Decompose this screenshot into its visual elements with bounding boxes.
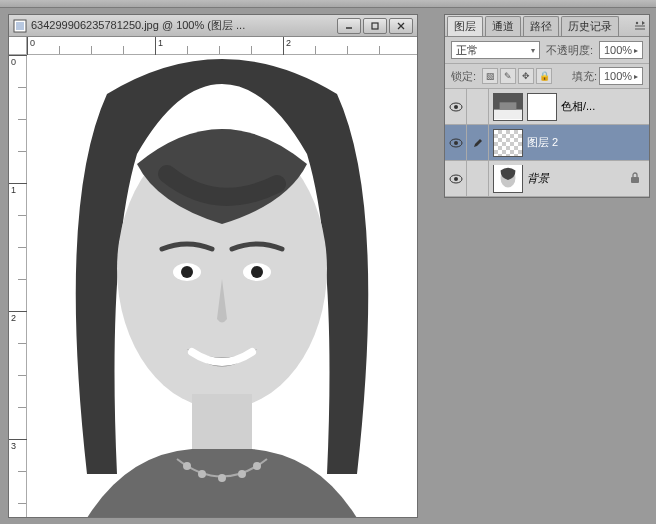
blend-mode-value: 正常 — [456, 43, 478, 58]
fill-input[interactable]: 100%▸ — [599, 67, 643, 85]
window-buttons — [337, 18, 413, 34]
layer-thumbnail[interactable] — [493, 165, 523, 193]
tab-label: 路径 — [530, 19, 552, 34]
link-column[interactable] — [467, 89, 489, 124]
visibility-toggle[interactable] — [445, 89, 467, 124]
ruler-corner[interactable] — [9, 37, 27, 55]
svg-point-9 — [181, 266, 193, 278]
chevron-right-icon: ▸ — [634, 46, 638, 55]
layer-name[interactable]: 背景 — [527, 171, 629, 186]
tab-label: 通道 — [492, 19, 514, 34]
tab-paths[interactable]: 路径 — [523, 16, 559, 36]
blend-mode-select[interactable]: 正常 ▾ — [451, 41, 540, 59]
svg-point-17 — [253, 462, 261, 470]
svg-point-16 — [238, 470, 246, 478]
layer-mask-thumbnail[interactable] — [527, 93, 557, 121]
fill-label: 填充: — [572, 69, 597, 84]
layer-thumbnail[interactable] — [493, 129, 523, 157]
opacity-value: 100% — [604, 44, 632, 56]
ruler-horizontal[interactable]: 0 1 2 — [27, 37, 417, 55]
svg-point-29 — [454, 177, 458, 181]
tab-label: 历史记录 — [568, 19, 612, 34]
svg-rect-12 — [192, 394, 252, 454]
layers-panel: 图层 通道 路径 历史记录 正常 ▾ 不透明度: 100%▸ 锁定: ▧ ✎ ✥… — [444, 14, 650, 198]
svg-rect-25 — [500, 103, 517, 110]
document-file-icon — [13, 19, 27, 33]
ruler-h-label: 1 — [158, 38, 163, 48]
svg-point-27 — [454, 141, 458, 145]
fill-value: 100% — [604, 70, 632, 82]
panel-menu-icon[interactable] — [633, 19, 647, 33]
svg-point-22 — [454, 105, 458, 109]
ruler-h-label: 0 — [30, 38, 35, 48]
document-window: 634299906235781250.jpg @ 100% (图层 ... 0 … — [8, 14, 418, 518]
lock-transparency-icon[interactable]: ▧ — [482, 68, 498, 84]
canvas[interactable] — [27, 55, 417, 517]
lock-position-icon[interactable]: ✥ — [518, 68, 534, 84]
opacity-label: 不透明度: — [546, 43, 593, 58]
svg-point-18 — [636, 22, 638, 24]
svg-rect-3 — [372, 23, 378, 29]
ruler-v-label: 0 — [11, 57, 16, 67]
document-titlebar[interactable]: 634299906235781250.jpg @ 100% (图层 ... — [9, 15, 417, 37]
layer-row-background[interactable]: 背景 — [445, 161, 649, 197]
ruler-v-label: 3 — [11, 441, 16, 451]
svg-point-14 — [198, 470, 206, 478]
lock-icon — [629, 170, 643, 188]
svg-point-11 — [251, 266, 263, 278]
minimize-button[interactable] — [337, 18, 361, 34]
tab-channels[interactable]: 通道 — [485, 16, 521, 36]
edit-indicator[interactable] — [467, 125, 489, 160]
chevron-down-icon: ▾ — [531, 46, 535, 55]
ruler-v-label: 2 — [11, 313, 16, 323]
tab-label: 图层 — [454, 19, 476, 34]
lock-all-icon[interactable]: 🔒 — [536, 68, 552, 84]
svg-rect-24 — [494, 110, 522, 119]
lock-fill-row: 锁定: ▧ ✎ ✥ 🔒 填充: 100%▸ — [445, 64, 649, 89]
ruler-vertical[interactable]: 0 1 2 3 — [9, 55, 27, 517]
visibility-toggle[interactable] — [445, 125, 467, 160]
tab-layers[interactable]: 图层 — [447, 16, 483, 36]
lock-label: 锁定: — [451, 69, 476, 84]
ruler-h-label: 2 — [286, 38, 291, 48]
svg-rect-32 — [631, 177, 639, 183]
layer-name[interactable]: 图层 2 — [527, 135, 649, 150]
link-column[interactable] — [467, 161, 489, 196]
tab-history[interactable]: 历史记录 — [561, 16, 619, 36]
svg-rect-1 — [16, 22, 24, 30]
layer-name[interactable]: 色相/... — [561, 99, 649, 114]
document-client: 0 1 2 0 1 2 3 — [9, 37, 417, 517]
visibility-toggle[interactable] — [445, 161, 467, 196]
app-top-bar — [0, 0, 656, 8]
chevron-right-icon: ▸ — [634, 72, 638, 81]
layer-row-layer2[interactable]: 图层 2 — [445, 125, 649, 161]
lock-paint-icon[interactable]: ✎ — [500, 68, 516, 84]
layer-thumbnail[interactable] — [493, 93, 523, 121]
opacity-input[interactable]: 100%▸ — [599, 41, 643, 59]
ruler-v-label: 1 — [11, 185, 16, 195]
portrait-image — [27, 55, 417, 517]
svg-point-13 — [183, 462, 191, 470]
close-button[interactable] — [389, 18, 413, 34]
document-title: 634299906235781250.jpg @ 100% (图层 ... — [31, 18, 333, 33]
blend-opacity-row: 正常 ▾ 不透明度: 100%▸ — [445, 37, 649, 64]
layer-row-adjustment[interactable]: 色相/... — [445, 89, 649, 125]
layers-list: 色相/... 图层 2 背景 — [445, 89, 649, 197]
maximize-button[interactable] — [363, 18, 387, 34]
panel-tabs: 图层 通道 路径 历史记录 — [445, 15, 649, 37]
svg-point-15 — [218, 474, 226, 482]
